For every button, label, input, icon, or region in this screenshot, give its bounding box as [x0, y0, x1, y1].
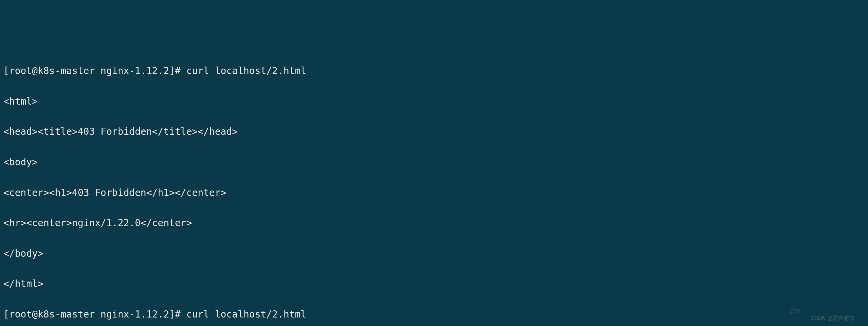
terminal-line-8: [root@k8s-master nginx-1.12.2]# curl loc…: [3, 307, 865, 322]
terminal-line-7: </html>: [3, 276, 865, 292]
terminal-line-6: </body>: [3, 246, 865, 261]
terminal-line-2: <head><title>403 Forbidden</title></head…: [3, 124, 865, 140]
terminal-line-1: <html>: [3, 94, 865, 109]
terminal-line-3: <body>: [3, 155, 865, 170]
terminal-line-5: <hr><center>nginx/1.22.0</center>: [3, 216, 865, 231]
watermark-csdn: CSDN @爱在南信: [810, 314, 854, 323]
watermark-php: php: [790, 306, 800, 316]
terminal-line-4: <center><h1>403 Forbidden</h1></center>: [3, 185, 865, 201]
terminal-line-0: [root@k8s-master nginx-1.12.2]# curl loc…: [3, 64, 865, 79]
